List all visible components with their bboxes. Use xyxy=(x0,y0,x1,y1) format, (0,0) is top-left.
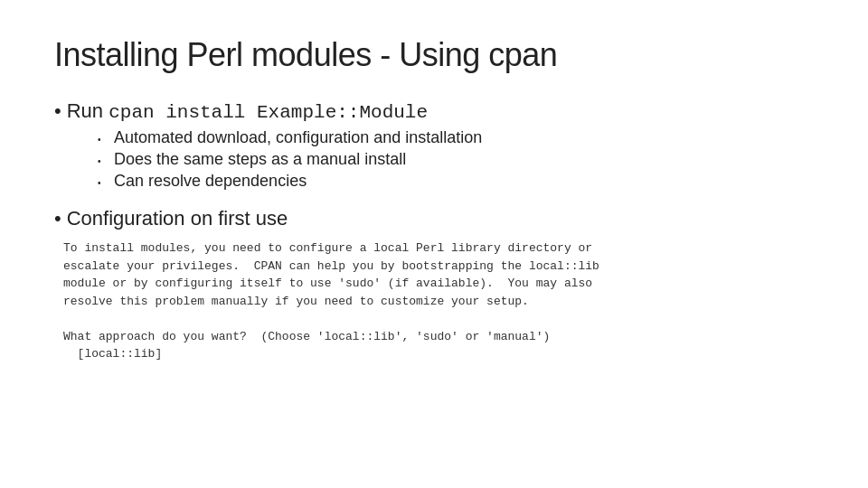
config-section: • Configuration on first use To install … xyxy=(54,207,814,363)
run-text: Run xyxy=(67,99,103,122)
main-page: Installing Perl modules - Using cpan • R… xyxy=(0,0,868,488)
sub-bullet-dot-3: • xyxy=(98,178,107,188)
run-bullet-main: • Run cpan install Example::Module xyxy=(54,99,814,123)
run-section: • Run cpan install Example::Module • Aut… xyxy=(54,99,814,191)
config-label: Configuration on first use xyxy=(67,207,288,230)
code-line-4: resolve this problem manually if you nee… xyxy=(63,295,529,308)
sub-bullet-text-1: Automated download, configuration and in… xyxy=(114,128,482,147)
sub-bullet-1: • Automated download, configuration and … xyxy=(98,128,814,147)
code-line-2: escalate your privileges. CPAN can help … xyxy=(63,259,599,273)
code-line-1: To install modules, you need to configur… xyxy=(63,241,592,255)
code-line-7: [local::lib] xyxy=(63,347,162,361)
config-bullet-main: • Configuration on first use xyxy=(54,207,814,230)
sub-bullet-3: • Can resolve dependencies xyxy=(98,172,814,191)
run-sub-bullets: • Automated download, configuration and … xyxy=(98,128,814,191)
sub-bullet-text-3: Can resolve dependencies xyxy=(114,172,307,191)
sub-bullet-text-2: Does the same steps as a manual install xyxy=(114,150,406,169)
sub-bullet-dot-1: • xyxy=(98,135,107,145)
bullet-dot-1: • xyxy=(54,101,61,121)
code-line-3: module or by configuring itself to use '… xyxy=(63,277,592,290)
page-title: Installing Perl modules - Using cpan xyxy=(54,36,814,74)
run-code: cpan install Example::Module xyxy=(108,102,428,123)
config-code-block: To install modules, you need to configur… xyxy=(63,239,814,363)
sub-bullet-dot-2: • xyxy=(98,156,107,166)
bullet-dot-2: • xyxy=(54,207,61,230)
sub-bullet-2: • Does the same steps as a manual instal… xyxy=(98,150,814,169)
run-label: Run cpan install Example::Module xyxy=(67,99,428,123)
code-line-6: What approach do you want? (Choose 'loca… xyxy=(63,330,550,343)
